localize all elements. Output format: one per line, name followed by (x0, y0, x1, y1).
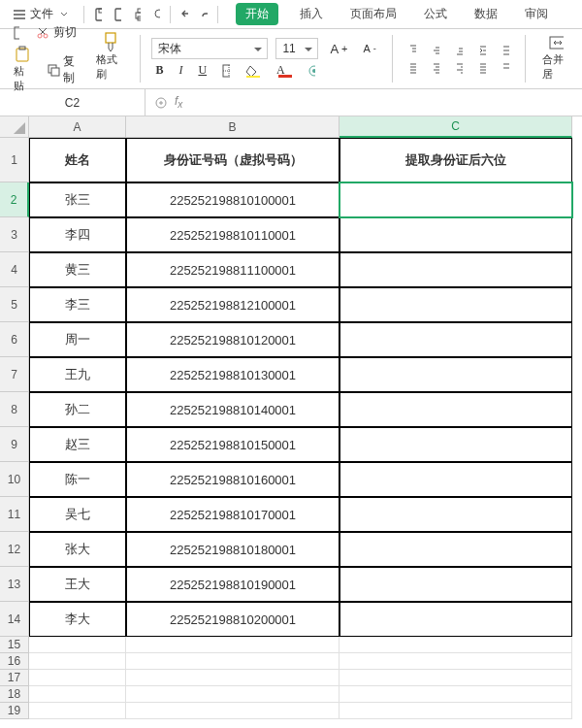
row-header[interactable]: 15 (0, 637, 29, 653)
cell[interactable]: 姓名 (29, 138, 126, 182)
row-header[interactable]: 17 (0, 670, 29, 686)
cell[interactable]: 张三 (29, 182, 126, 217)
cell[interactable]: 赵三 (29, 427, 126, 462)
cell[interactable] (126, 686, 340, 703)
cell[interactable]: 225252198810200001 (126, 602, 340, 637)
row-header[interactable]: 16 (0, 653, 29, 670)
row-header[interactable]: 13 (0, 567, 29, 602)
cell[interactable]: 225252198810100001 (126, 182, 340, 217)
cell[interactable]: 225252198810140001 (126, 392, 340, 427)
column-header-B[interactable]: B (126, 116, 340, 138)
cell[interactable] (340, 182, 572, 217)
cell[interactable]: 225252198810160001 (126, 462, 340, 497)
italic-button[interactable]: I (175, 61, 186, 80)
cell[interactable] (29, 670, 126, 686)
cell[interactable] (340, 637, 572, 653)
cell[interactable] (340, 670, 572, 686)
cell[interactable]: 张大 (29, 532, 126, 567)
fill-color-button[interactable] (242, 62, 265, 80)
cell[interactable]: 吴七 (29, 497, 126, 532)
cell[interactable] (29, 637, 126, 653)
select-all-corner[interactable] (0, 116, 29, 138)
cell[interactable] (340, 497, 572, 532)
cell[interactable]: 225252198810180001 (126, 532, 340, 567)
saveas-icon[interactable] (110, 7, 125, 22)
cell[interactable] (340, 252, 572, 287)
undo-icon[interactable] (177, 7, 192, 22)
cell[interactable] (126, 637, 340, 653)
copy-button[interactable]: 复制 (43, 51, 81, 88)
cell[interactable] (29, 686, 126, 703)
row-header[interactable]: 7 (0, 357, 29, 392)
row-header[interactable]: 18 (0, 686, 29, 703)
tab-start[interactable]: 开始 (236, 3, 278, 25)
row-header[interactable]: 6 (0, 322, 29, 357)
file-menu[interactable]: 文件 (6, 4, 78, 24)
row-header[interactable]: 2 (0, 182, 29, 217)
row-header[interactable]: 8 (0, 392, 29, 427)
justify-icon[interactable] (474, 60, 490, 76)
row-header[interactable]: 10 (0, 462, 29, 497)
indent-left-icon[interactable] (474, 43, 490, 58)
cell[interactable]: 李四 (29, 217, 126, 252)
redo-icon[interactable] (196, 7, 211, 22)
cell[interactable]: 225252198810130001 (126, 357, 340, 392)
cell[interactable]: 周一 (29, 322, 126, 357)
preview-icon[interactable] (148, 7, 164, 22)
cell[interactable] (340, 462, 572, 497)
new-icon[interactable] (8, 25, 23, 41)
cell[interactable] (340, 287, 572, 322)
cell[interactable] (340, 217, 572, 252)
cut-button[interactable]: 剪切 (31, 22, 81, 43)
formula-input[interactable] (188, 93, 574, 113)
increase-font-icon[interactable]: A+ (326, 40, 351, 58)
format-painter-button[interactable]: 格式刷 (90, 33, 128, 84)
cell[interactable] (340, 602, 572, 637)
cell[interactable] (340, 392, 572, 427)
row-header[interactable]: 14 (0, 602, 29, 637)
cell[interactable] (126, 703, 340, 719)
row-header[interactable]: 19 (0, 703, 29, 719)
indent-right-icon[interactable] (498, 43, 513, 58)
cell[interactable]: 王九 (29, 357, 126, 392)
tab-data[interactable]: 数据 (469, 3, 503, 25)
cell[interactable] (340, 567, 572, 602)
cell[interactable]: 225252198810190001 (126, 567, 340, 602)
cell[interactable] (340, 703, 572, 719)
font-size-select[interactable]: 11 (275, 38, 318, 59)
cell[interactable] (29, 703, 126, 719)
cell[interactable] (126, 653, 340, 670)
cell[interactable]: 李大 (29, 602, 126, 637)
align-right-icon[interactable] (451, 60, 467, 76)
align-middle-icon[interactable] (428, 43, 443, 58)
cell[interactable]: 225252198810120001 (126, 322, 340, 357)
cell-reference-box[interactable]: C2 (0, 89, 146, 116)
font-color-button[interactable]: A (273, 61, 296, 80)
row-header[interactable]: 4 (0, 252, 29, 287)
row-header[interactable]: 9 (0, 427, 29, 462)
row-header[interactable]: 11 (0, 497, 29, 532)
cell[interactable] (340, 686, 572, 703)
cell[interactable]: 225252198811100001 (126, 252, 340, 287)
cell[interactable]: 225252198812100001 (126, 287, 340, 322)
tab-insert[interactable]: 插入 (294, 3, 329, 25)
row-header[interactable]: 1 (0, 138, 29, 182)
align-center-icon[interactable] (428, 60, 443, 76)
expand-fx-icon[interactable] (153, 95, 169, 111)
row-header[interactable]: 12 (0, 532, 29, 567)
tab-review[interactable]: 审阅 (519, 3, 554, 25)
cell[interactable] (340, 357, 572, 392)
decrease-font-icon[interactable]: A- (359, 41, 379, 56)
bold-button[interactable]: B (151, 61, 167, 80)
cell[interactable] (340, 653, 572, 670)
merge-button[interactable]: 合并居 (536, 33, 574, 84)
cell[interactable]: 225252198810150001 (126, 427, 340, 462)
cell[interactable]: 王大 (29, 567, 126, 602)
cell[interactable]: 黄三 (29, 252, 126, 287)
tab-layout[interactable]: 页面布局 (344, 3, 403, 25)
cell[interactable] (340, 427, 572, 462)
column-header-C[interactable]: C (340, 116, 572, 138)
cell[interactable]: 陈一 (29, 462, 126, 497)
row-header[interactable]: 5 (0, 287, 29, 322)
effects-button[interactable] (304, 63, 319, 79)
